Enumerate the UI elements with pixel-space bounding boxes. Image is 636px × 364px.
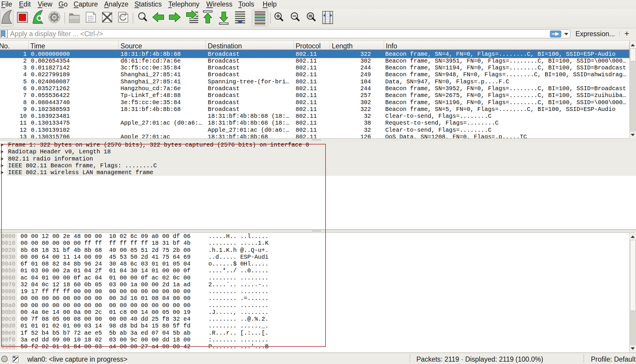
- svg-text:0111: 0111: [88, 19, 93, 22]
